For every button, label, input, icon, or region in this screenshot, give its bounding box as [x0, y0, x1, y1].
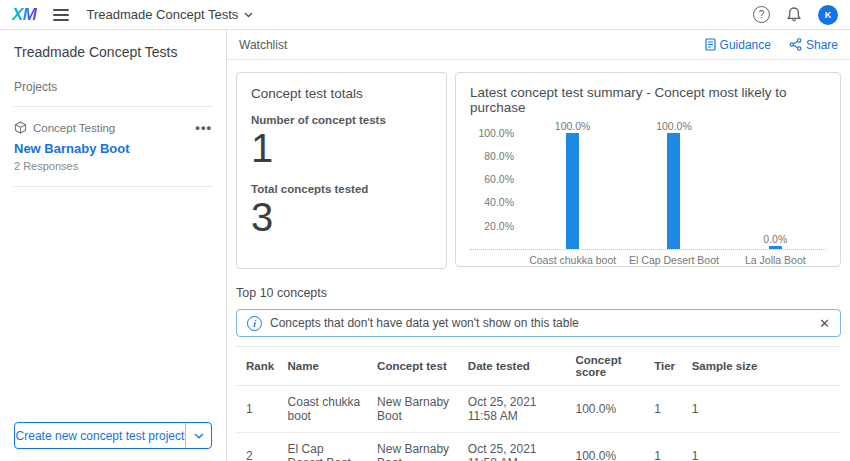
table-cell: Oct 25, 2021 11:58 AM: [460, 386, 568, 433]
table-cell: 1: [646, 433, 684, 461]
project-name-link[interactable]: New Barnaby Boot: [14, 141, 130, 156]
watchlist-header: Watchlist Guidance: [227, 30, 850, 60]
bar-group: 100.0%: [623, 120, 724, 249]
info-icon: i: [247, 316, 262, 331]
sidebar: Treadmade Concept Tests Projects Concept…: [0, 30, 227, 461]
divider: [14, 106, 212, 107]
chevron-down-icon: [194, 433, 204, 439]
table-cell: 2: [236, 433, 280, 461]
table-section-title: Top 10 concepts: [236, 286, 841, 300]
chevron-down-icon: [244, 12, 253, 18]
column-header: Concept score: [568, 347, 647, 386]
bar-value-label: 0.0%: [763, 233, 787, 245]
chart-x-axis-labels: Coast chukka bootEl Cap Desert BootLa Jo…: [522, 254, 826, 266]
main-panel: Watchlist Guidance: [227, 30, 850, 461]
chart-title: Latest concept test summary - Concept mo…: [470, 85, 826, 115]
user-avatar[interactable]: K: [818, 5, 838, 25]
table-row: 1Coast chukka bootNew Barnaby BootOct 25…: [236, 386, 841, 433]
table-cell: 1: [646, 386, 684, 433]
info-banner: i Concepts that don't have data yet won'…: [236, 309, 841, 337]
share-link[interactable]: Share: [789, 38, 838, 52]
column-header: Sample size: [684, 347, 841, 386]
bar-group: 0.0%: [725, 233, 826, 249]
guidance-document-icon: [705, 38, 716, 51]
x-category-label: La Jolla Boot: [725, 254, 826, 266]
column-header: Rank: [236, 347, 280, 386]
project-type-label: Concept Testing: [33, 122, 115, 134]
bar: [566, 133, 579, 249]
table-cell: 100.0%: [568, 386, 647, 433]
project-responses-count: 2 Responses: [14, 160, 212, 172]
top-bar: XM Treadmade Concept Tests ? K: [0, 0, 850, 30]
x-category-label: Coast chukka boot: [522, 254, 623, 266]
column-header: Tier: [646, 347, 684, 386]
column-header: Date tested: [460, 347, 568, 386]
table-cell: New Barnaby Boot: [369, 433, 460, 461]
bar-chart: 100.0%80.0%60.0%40.0%20.0% 100.0%100.0%0…: [470, 121, 826, 266]
table-cell: 100.0%: [568, 433, 647, 461]
table-cell: 1: [236, 386, 280, 433]
project-list-item: Concept Testing ••• New Barnaby Boot 2 R…: [14, 121, 212, 172]
project-selector[interactable]: Treadmade Concept Tests: [87, 7, 254, 22]
info-banner-text: Concepts that don't have data yet won't …: [270, 316, 579, 330]
table-cell: New Barnaby Boot: [369, 386, 460, 433]
watchlist-content: Concept test totals Number of concept te…: [227, 60, 850, 461]
table-cell: 1: [684, 433, 841, 461]
y-tick-label: 40.0%: [484, 196, 514, 208]
help-icon[interactable]: ?: [753, 6, 770, 23]
sidebar-title: Treadmade Concept Tests: [14, 44, 212, 60]
project-selector-label: Treadmade Concept Tests: [87, 7, 239, 22]
divider: [14, 186, 212, 187]
column-header: Concept test: [369, 347, 460, 386]
table-header-row: RankNameConcept testDate testedConcept s…: [236, 347, 841, 386]
column-header: Name: [280, 347, 370, 386]
hamburger-menu-icon[interactable]: [53, 9, 69, 21]
chart-plot-area: 100.0%100.0%0.0%: [522, 121, 826, 249]
metric-value: 3: [251, 195, 432, 239]
totals-card-title: Concept test totals: [251, 86, 432, 101]
chart-y-axis: 100.0%80.0%60.0%40.0%20.0%: [470, 121, 522, 249]
table-cell: Oct 25, 2021 11:58 AM: [460, 433, 568, 461]
concept-testing-cube-icon: [14, 121, 27, 134]
y-tick-label: 80.0%: [484, 150, 514, 162]
bar-value-label: 100.0%: [555, 120, 591, 132]
guidance-label: Guidance: [720, 38, 771, 52]
create-project-dropdown-toggle[interactable]: [185, 423, 211, 448]
xm-logo: XM: [12, 5, 37, 25]
page-title: Watchlist: [239, 38, 287, 52]
concept-test-totals-card: Concept test totals Number of concept te…: [236, 72, 447, 269]
project-options-ellipsis-icon[interactable]: •••: [195, 124, 212, 132]
metric-number-of-concept-tests: Number of concept tests 1: [251, 114, 432, 170]
bar-value-label: 100.0%: [656, 120, 692, 132]
y-tick-label: 20.0%: [484, 220, 514, 232]
table-row: 2El Cap Desert BootNew Barnaby BootOct 2…: [236, 433, 841, 461]
create-project-split-button: Create new concept test project: [14, 422, 212, 449]
metric-total-concepts-tested: Total concepts tested 3: [251, 183, 432, 239]
notifications-bell-icon[interactable]: [786, 6, 802, 23]
share-label: Share: [806, 38, 838, 52]
y-tick-label: 60.0%: [484, 173, 514, 185]
guidance-link[interactable]: Guidance: [705, 38, 771, 52]
share-icon: [789, 38, 802, 51]
bar: [769, 246, 782, 249]
metric-value: 1: [251, 126, 432, 170]
close-icon[interactable]: ✕: [819, 316, 830, 331]
bar-group: 100.0%: [522, 120, 623, 249]
x-category-label: El Cap Desert Boot: [623, 254, 724, 266]
projects-section-label: Projects: [14, 80, 212, 94]
top-concepts-table: RankNameConcept testDate testedConcept s…: [236, 346, 841, 461]
table-cell: El Cap Desert Boot: [280, 433, 370, 461]
table-cell: 1: [684, 386, 841, 433]
y-tick-label: 100.0%: [478, 127, 514, 139]
bar: [667, 133, 680, 249]
latest-summary-chart-card: Latest concept test summary - Concept mo…: [455, 72, 841, 267]
table-cell: Coast chukka boot: [280, 386, 370, 433]
create-project-button[interactable]: Create new concept test project: [15, 423, 185, 448]
